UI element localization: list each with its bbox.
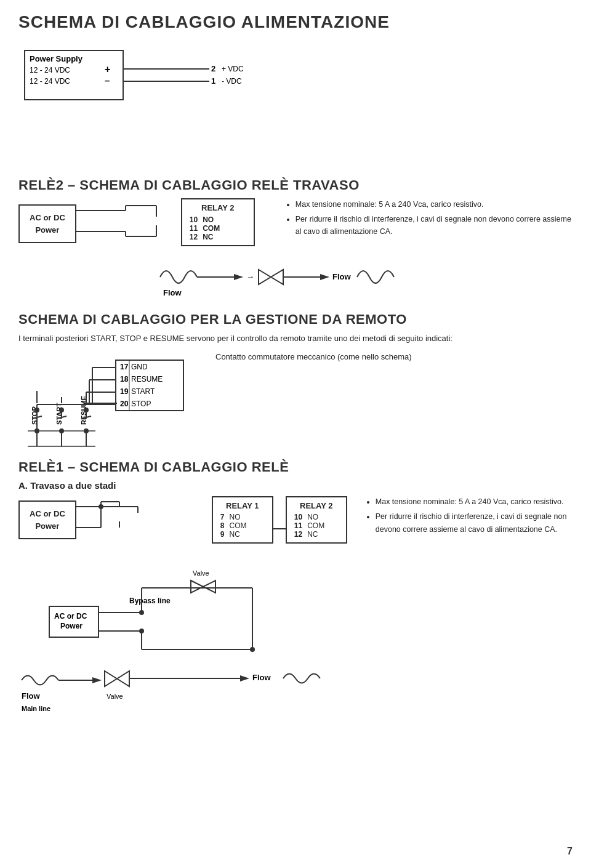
remote-note: Contatto commutatore meccanico (come nel… <box>215 351 573 364</box>
svg-point-45 <box>84 408 89 412</box>
main-title: SCHEMA DI CABLAGGIO ALIMENTAZIONE <box>18 12 573 32</box>
svg-marker-24 <box>259 270 283 284</box>
remote-section-title: SCHEMA DI CABLAGGIO PER LA GESTIONE DA R… <box>18 311 573 328</box>
svg-point-40 <box>59 408 64 412</box>
svg-text:Bypass line: Bypass line <box>129 597 171 605</box>
relay1-row-7: 7 NO <box>220 513 265 521</box>
svg-text:Flow: Flow <box>22 691 40 701</box>
relay2-notes: Max tensione nominale: 5 A a 240 Vca, ca… <box>286 198 573 240</box>
svg-text:–: – <box>105 75 110 86</box>
relay2-rele1-row-11: 11 COM <box>294 521 339 530</box>
relay2-note-2: Per ridurre il rischio di interferenze, … <box>296 213 573 238</box>
flow-diagram-1: Flow → Flow <box>154 252 437 302</box>
svg-marker-96 <box>105 671 129 686</box>
rele1-title: RELÈ1 – SCHEMA DI CABLAGGIO RELÈ <box>18 459 573 475</box>
svg-text:AC or DC: AC or DC <box>54 612 87 621</box>
svg-marker-95 <box>92 677 102 683</box>
svg-text:START: START <box>131 387 155 396</box>
svg-marker-89 <box>191 581 215 593</box>
svg-text:Main line: Main line <box>22 705 50 712</box>
svg-text:20: 20 <box>120 400 129 408</box>
svg-text:Power: Power <box>60 622 82 630</box>
rele1-wiring <box>76 496 212 545</box>
svg-text:RESUME: RESUME <box>131 375 163 384</box>
relay1-row-8: 8 COM <box>220 521 265 530</box>
relay2-row-10: 10 NO <box>190 215 246 224</box>
svg-text:Valve: Valve <box>107 693 123 700</box>
relay2-box-rele1: RELAY 2 10 NO 11 COM 12 NC <box>286 496 347 544</box>
svg-text:2: 2 <box>211 64 215 73</box>
svg-marker-21 <box>234 274 243 280</box>
svg-text:+ VDC: + VDC <box>222 65 244 73</box>
svg-text:Flow: Flow <box>163 288 182 297</box>
svg-text:1: 1 <box>211 76 215 86</box>
rele1-subtitle: A. Travaso a due stadi <box>18 480 573 491</box>
svg-text:12 - 24 VDC: 12 - 24 VDC <box>30 77 70 86</box>
svg-text:STOP: STOP <box>131 400 151 408</box>
power-supply-diagram: Power Supply 12 - 24 VDC + 12 - 24 VDC –… <box>18 44 573 167</box>
svg-marker-26 <box>320 274 329 280</box>
relay2-wiring <box>76 199 163 243</box>
relay2-row-11: 11 COM <box>190 224 246 233</box>
remote-contacts-diagram: STOP START RESUME <box>18 351 191 449</box>
svg-text:12 - 24 VDC: 12 - 24 VDC <box>30 66 70 74</box>
svg-text:19: 19 <box>120 387 129 396</box>
svg-marker-99 <box>240 675 249 681</box>
svg-text:→: → <box>246 272 254 281</box>
rele1-note-1: Max tensione nominale: 5 A a 240 Vca, ca… <box>376 496 573 508</box>
rele2-title: RELÈ2 – SCHEMA DI CABLAGGIO RELÈ TRAVASO <box>18 177 573 193</box>
relay2-row-12: 12 NC <box>190 233 246 241</box>
relay1-box: RELAY 1 7 NO 8 COM 9 NC <box>212 496 273 544</box>
rele1-note-2: Per ridurre il rischio di interferenze, … <box>376 510 573 537</box>
svg-text:Power Supply: Power Supply <box>30 54 83 63</box>
relay2-rele1-row-12: 12 NC <box>294 530 339 539</box>
ac-dc-box-1: AC or DC Power <box>18 204 76 243</box>
svg-text:- VDC: - VDC <box>222 77 242 86</box>
bottom-flow-diagram: AC or DC Power Bypass line Valve Flow Va… <box>18 557 560 717</box>
svg-text:18: 18 <box>120 375 129 384</box>
rele1-notes: Max tensione nominale: 5 A a 240 Vca, ca… <box>366 496 573 539</box>
svg-text:GND: GND <box>131 363 148 371</box>
remote-description: I terminali posteriori START, STOP e RES… <box>18 332 573 345</box>
svg-text:17: 17 <box>120 363 129 371</box>
relay1-row-9: 9 NC <box>220 530 265 539</box>
page-number: 7 <box>567 846 573 857</box>
relay2-note-1: Max tensione nominale: 5 A a 240 Vca, ca… <box>296 198 573 211</box>
svg-text:Valve: Valve <box>193 569 209 577</box>
relay2-title-label: RELAY 2 <box>190 203 246 212</box>
svg-point-103 <box>250 647 255 652</box>
ac-dc-box-rele1: AC or DC Power <box>18 500 76 539</box>
relay2-rele1-row-10: 10 NO <box>294 513 339 521</box>
svg-text:Flow: Flow <box>252 673 271 682</box>
svg-text:+: + <box>105 64 110 74</box>
svg-text:Flow: Flow <box>332 272 351 281</box>
